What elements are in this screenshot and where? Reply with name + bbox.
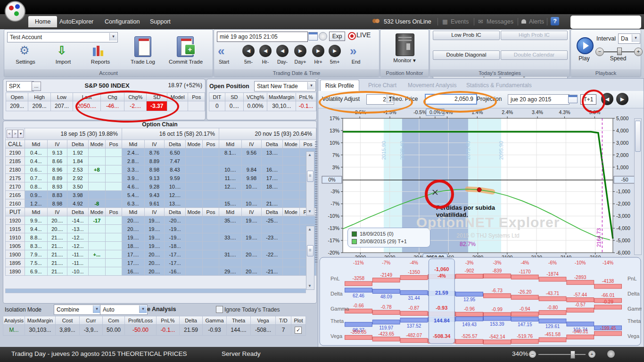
chain-cell[interactable]: 9.13 <box>47 148 67 157</box>
chain-cell[interactable]: 2.4... <box>122 148 144 157</box>
nav-hr-button[interactable]: ◀ <box>259 45 272 57</box>
chain-cell[interactable]: 9.56 <box>241 148 262 157</box>
chain-prev-button[interactable]: < <box>7 130 12 138</box>
chain-cell[interactable] <box>282 233 299 242</box>
alerts-link[interactable]: Alerts <box>529 17 544 26</box>
speed-plus-button[interactable]: + <box>634 48 643 56</box>
start-chevron-icon[interactable]: « <box>218 45 224 57</box>
chain-cell[interactable]: 6.50 <box>165 148 185 157</box>
chain-cell[interactable]: +... <box>88 250 105 259</box>
server-monitor-icon[interactable] <box>396 33 414 56</box>
chain-strike[interactable]: 1895 <box>6 259 25 267</box>
chain-cell[interactable]: 15.... <box>219 199 241 208</box>
zoom-out-icon[interactable]: − <box>529 351 536 358</box>
scroll-up-icon[interactable]: ▲ <box>306 226 313 233</box>
chain-cell[interactable]: -20... <box>165 216 185 225</box>
speed-slider-thumb[interactable] <box>617 48 622 55</box>
chevron-down-icon[interactable]: ▾ <box>109 33 117 41</box>
chain-cell[interactable]: 29.... <box>219 267 241 276</box>
projection-calendar-icon[interactable] <box>568 95 578 103</box>
commit-trade-button[interactable]: Commit Trade <box>165 59 207 65</box>
chain-cell[interactable] <box>185 199 202 208</box>
t-plus-1-button[interactable]: T+1 <box>580 94 596 105</box>
account-select[interactable]: Test Account ▾ <box>7 32 118 42</box>
chain-cell[interactable] <box>185 165 202 174</box>
auto-select[interactable]: Auto ▾ <box>100 304 148 315</box>
chain-cell[interactable]: 17.... <box>122 259 144 267</box>
tab-movement-analysis[interactable]: Movement Analysis <box>403 80 461 91</box>
chain-strike[interactable]: 2180 <box>6 165 25 174</box>
chain-cell[interactable] <box>185 157 202 165</box>
chain-cell[interactable] <box>105 157 122 165</box>
tab-configuration[interactable]: Configuration <box>98 16 146 27</box>
chain-cell[interactable]: -11... <box>67 250 88 259</box>
chain-cell[interactable]: 0.8... <box>25 182 48 191</box>
chain-cell[interactable] <box>282 259 299 267</box>
tab-statistics-fundamentals[interactable]: Statistics & Fundamentals <box>462 80 537 91</box>
chain-cell[interactable]: 9.84 <box>241 165 262 174</box>
chain-cell[interactable] <box>241 259 262 267</box>
chain-cell[interactable]: 20.... <box>47 225 67 233</box>
chain-cell[interactable] <box>282 250 299 259</box>
strategy-double-diagonal[interactable]: Double Diagonal <box>433 50 500 60</box>
chain-strike[interactable]: 1920 <box>6 216 25 225</box>
chain-cell[interactable] <box>262 225 282 233</box>
exp-button[interactable]: Exp <box>329 32 345 41</box>
chain-cell[interactable]: 19.... <box>241 216 262 225</box>
chain-cell[interactable]: 8.66 <box>47 157 67 165</box>
zoom-slider-thumb[interactable] <box>570 351 575 359</box>
chain-cell[interactable] <box>262 259 282 267</box>
chain-cell[interactable]: 1.92 <box>67 148 88 157</box>
chain-strike[interactable]: 1900 <box>6 250 25 259</box>
speed-minus-button[interactable]: − <box>595 48 604 56</box>
prev-day-button[interactable]: ◀ <box>601 93 613 105</box>
chain-cell[interactable] <box>262 242 282 250</box>
chain-cell[interactable] <box>241 242 262 250</box>
chain-cell[interactable]: 21.... <box>47 267 67 276</box>
chain-cell[interactable]: -21... <box>262 267 282 276</box>
chain-cell[interactable]: -17 <box>88 216 105 225</box>
chain-month-1[interactable]: 18 sep 15 (30) 19.88% <box>25 128 122 140</box>
trade-log-button[interactable]: Trade Log <box>125 59 161 65</box>
trading-datetime-input[interactable]: mié 19 ago 2015 21:05 <box>217 32 308 42</box>
scrollbar-thumb[interactable] <box>635 121 641 152</box>
chain-strike[interactable]: 2170 <box>6 182 25 191</box>
chain-cell[interactable] <box>88 174 105 182</box>
chain-cell[interactable]: 7.47 <box>165 157 185 165</box>
chain-cell[interactable] <box>282 267 299 276</box>
calendar-icon[interactable] <box>308 32 318 41</box>
chain-cell[interactable] <box>88 233 105 242</box>
symbol-input[interactable]: SPX <box>6 81 34 91</box>
chain-cell[interactable] <box>282 242 299 250</box>
chain-cell[interactable] <box>241 225 262 233</box>
chain-cell[interactable]: 8.96 <box>47 165 67 174</box>
plot-checkbox[interactable]: ✓ <box>295 327 302 334</box>
chain-cell[interactable] <box>88 157 105 165</box>
chain-cell[interactable]: 2.92 <box>67 174 88 182</box>
chain-cell[interactable] <box>219 191 241 199</box>
chain-cell[interactable] <box>202 199 219 208</box>
chain-cell[interactable] <box>282 182 299 191</box>
chain-cell[interactable] <box>282 199 299 208</box>
settings-button[interactable]: Settings <box>9 59 42 65</box>
chain-cell[interactable] <box>185 191 202 199</box>
tab-price-chart[interactable]: Price Chart <box>363 80 401 91</box>
chain-cell[interactable]: 10.... <box>219 165 241 174</box>
chain-cell[interactable]: 7.5... <box>25 259 48 267</box>
chain-cell[interactable] <box>202 157 219 165</box>
monitor-dropdown-button[interactable]: Monitor ▾ <box>383 57 426 64</box>
chain-cell[interactable]: 8.89 <box>144 157 165 165</box>
chain-cell[interactable]: 9.28 <box>144 182 165 191</box>
chain-cell[interactable]: 17.... <box>122 250 144 259</box>
chain-cell[interactable]: 0.4... <box>25 157 48 165</box>
chain-cell[interactable] <box>185 259 202 267</box>
chain-cell[interactable]: 18.... <box>122 242 144 250</box>
chain-cell[interactable]: 16.... <box>122 267 144 276</box>
tab-autoexplorer[interactable]: AutoExplorer <box>53 16 100 27</box>
chain-cell[interactable] <box>262 157 282 165</box>
chain-cell[interactable]: 20.... <box>122 225 144 233</box>
chain-strike[interactable]: 1905 <box>6 242 25 250</box>
theo-price-input[interactable]: 2,050.9 <box>425 94 477 105</box>
chain-cell[interactable] <box>202 242 219 250</box>
chain-cell[interactable]: 20.... <box>144 267 165 276</box>
